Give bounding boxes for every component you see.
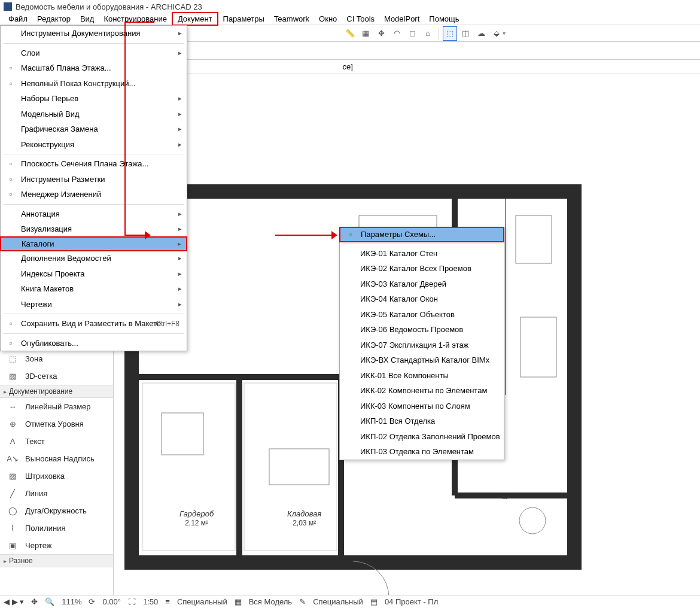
home-icon[interactable]: ⌂ [421,26,435,41]
sb-zoom-value[interactable]: 111% [62,597,81,606]
tool-dimension[interactable]: ↔Линейный Размер [0,398,113,415]
menu-item[interactable]: ▫Менеджер Изменений [1,187,187,202]
sb-layout-icon[interactable]: ▤ [370,597,378,606]
annotation-arrow-head [331,231,337,239]
scale-icon: ▫ [5,63,16,74]
sb-opt1[interactable]: Специальный [177,597,227,606]
sb-model-icon[interactable]: ▦ [235,597,242,606]
tool-line[interactable]: ╱Линия [0,485,113,502]
menu-item[interactable]: ▫Неполный Показ Конструкций... [1,76,187,92]
submenu-item[interactable]: ИКК-01 Все Компоненты [340,368,504,384]
sb-scale-icon[interactable]: ⛶ [128,597,136,606]
sb-angle[interactable]: 0,00° [102,597,121,606]
menu-file[interactable]: Файл [4,13,32,25]
menu-item[interactable]: Реконструкция [1,137,187,153]
menu-document[interactable]: Документ [172,12,218,26]
tool-drawing[interactable]: ▣Чертеж [0,537,113,554]
square-icon[interactable]: ◻ [405,26,419,41]
submenu-item[interactable]: ИКЭ-05 Каталог Объектов [340,307,504,323]
submenu-item[interactable]: ИКК-03 Компоненты по Слоям [340,399,504,414]
menu-item[interactable]: ▫Сохранить Вид и Разместить в МакетеCtrl… [1,316,187,332]
menu-item[interactable]: Каталоги [0,236,187,252]
submenu-item[interactable]: ИКЭ-01 Каталог Стен [340,246,504,262]
submenu-item[interactable]: ИКЭ-04 Каталог Окон [340,291,504,307]
menu-view[interactable]: Вид [75,13,99,25]
catalogs-submenu-dropdown: ▫Параметры Схемы...ИКЭ-01 Каталог СтенИК… [339,227,504,460]
sb-opt2[interactable]: Вся Модель [249,597,292,606]
sb-zoom-icon[interactable]: 🔍 [45,597,54,606]
menu-item[interactable]: ▫Плоскость Сечения Плана Этажа... [1,156,187,172]
sb-rotate-icon[interactable]: ⟳ [89,597,95,606]
svg-rect-10 [516,215,552,263]
3d-bounds-icon[interactable]: ⬚ [443,26,457,41]
drawing-icon: ▣ [6,540,19,551]
menu-item[interactable]: ▫Опубликовать... [1,336,187,351]
publish-tb-icon[interactable]: ⬙ [489,26,504,41]
menu-item[interactable]: Слои [1,45,187,61]
tool-polyline[interactable]: ⌇Полилиния [0,519,113,537]
tool-label[interactable]: A↘Выносная Надпись [0,450,113,467]
tool-text[interactable]: AТекст [0,433,113,450]
section-document[interactable]: Документирование [0,385,113,398]
annotation-arrow [275,235,335,236]
sb-scale[interactable]: 1:50 [143,597,158,606]
grid-icon[interactable]: ▦ [358,26,373,41]
sb-nav[interactable]: ◀ ▶ ▾ [4,597,24,606]
sb-layers-icon[interactable]: ≡ [165,597,170,606]
arc-icon: ◯ [6,506,19,516]
submenu-item[interactable]: ИКЭ-07 Экспликация 1-й этаж [340,338,504,353]
submenu-item[interactable]: ИКЭ-ВХ Стандартный Каталог BIMx [340,352,504,368]
menu-item[interactable]: Индексы Проекта [1,266,187,282]
sb-opt3[interactable]: Специальный [313,597,363,606]
submenu-item[interactable]: ▫Параметры Схемы... [339,227,504,242]
tool-fill[interactable]: ▨Штриховка [0,467,113,485]
submenu-item[interactable]: ИКП-03 Отделка по Элементам [340,444,504,460]
statusbar: ◀ ▶ ▾ ✥ 🔍 111% ⟳ 0,00° ⛶ 1:50 ≡ Специаль… [0,595,700,608]
menu-help[interactable]: Помощь [424,13,464,25]
menu-modelport[interactable]: ModelPort [379,13,424,25]
menu-window[interactable]: Окно [314,13,342,25]
submenu-item[interactable]: ИКК-02 Компоненты по Элементам [340,383,504,399]
tool-level[interactable]: ⊕Отметка Уровня [0,415,113,433]
pan-icon[interactable]: ✥ [374,26,388,41]
partial-icon: ▫ [5,78,16,89]
cloud-icon[interactable]: ☁ [474,26,488,41]
annotation-arrow-head [145,231,151,239]
arc-tool-icon[interactable]: ◠ [389,26,404,41]
menu-item[interactable]: Книга Макетов [1,281,187,297]
menu-item[interactable]: Инструменты Документирования [1,26,187,41]
menu-item[interactable]: Наборы Перьев [1,91,187,107]
menu-item[interactable]: Графическая Замена [1,121,187,137]
svg-point-12 [519,507,546,534]
sb-pen-icon[interactable]: ✎ [299,597,306,606]
menu-item[interactable]: Дополнения Ведомостей [1,251,187,266]
submenu-item[interactable]: ИКЭ-03 Каталог Дверей [340,276,504,292]
menu-teamwork[interactable]: Teamwork [269,13,314,25]
menu-item[interactable]: ▫Масштаб Плана Этажа... [1,60,187,76]
menu-design[interactable]: Конструирование [99,13,171,25]
submenu-item[interactable]: ИКЭ-02 Каталог Всех Проемов [340,261,504,276]
scheme-icon: ▫ [345,229,356,240]
tool-arc[interactable]: ◯Дуга/Окружность [0,502,113,519]
menu-citools[interactable]: CI Tools [342,13,379,25]
submenu-item[interactable]: ИКЭ-06 Ведомость Проемов [340,322,504,338]
menu-options[interactable]: Параметры [218,13,269,25]
tool-mesh[interactable]: ▨3D-сетка [0,367,113,385]
menu-item[interactable]: Модельный Вид [1,107,187,122]
room-label-wardrobe: Гардероб2,12 м² [179,509,214,527]
room-label-storage: Кладовая2,03 м² [287,509,321,527]
measure-icon[interactable]: 📏 [343,26,357,41]
menu-edit[interactable]: Редактор [32,13,75,25]
menu-item[interactable]: Визуализация [1,221,187,237]
menu-item[interactable]: Чертежи [1,297,187,312]
submenu-item[interactable]: ИКП-01 Вся Отделка [340,414,504,429]
tool-zone[interactable]: ⬚Зона [0,350,113,367]
section-misc[interactable]: Разное [0,554,113,567]
menu-item[interactable]: ▫Инструменты Разметки [1,172,187,187]
menu-item[interactable]: Аннотация [1,206,187,222]
layers-icon[interactable]: ◫ [458,26,473,41]
sb-pan-icon[interactable]: ✥ [31,597,38,606]
submenu-item[interactable]: ИКП-02 Отделка Заполнений Проемов [340,429,504,445]
sb-opt4[interactable]: 04 Проект - Пл [385,597,438,606]
window-title: Ведомость мебели и оборудования - ARCHIC… [16,2,202,11]
